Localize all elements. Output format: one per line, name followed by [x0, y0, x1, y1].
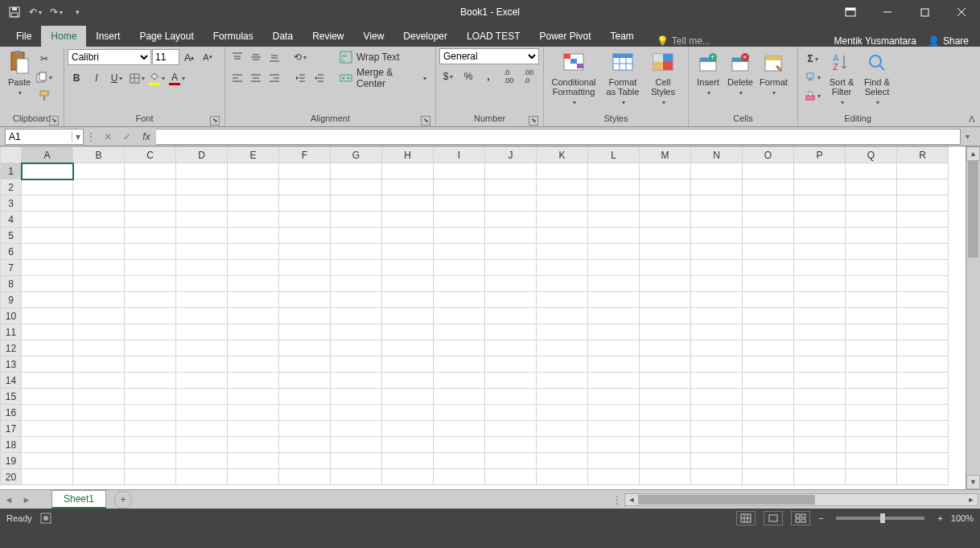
cell[interactable]	[434, 244, 485, 260]
find-select-button[interactable]: Find & Select▾	[859, 48, 895, 109]
column-header[interactable]: C	[125, 147, 176, 163]
cell[interactable]	[691, 356, 743, 373]
font-size-input[interactable]	[152, 49, 179, 65]
cell[interactable]	[640, 179, 691, 196]
close-icon[interactable]	[943, 0, 980, 24]
cell[interactable]	[279, 244, 331, 260]
cell[interactable]	[691, 373, 743, 389]
cell[interactable]	[794, 244, 846, 260]
cell[interactable]	[73, 179, 125, 196]
cell[interactable]	[331, 373, 382, 389]
cell[interactable]	[382, 373, 434, 389]
cell[interactable]	[485, 179, 537, 196]
row-header[interactable]: 16	[1, 405, 22, 421]
cell[interactable]	[434, 292, 485, 308]
cell[interactable]	[846, 405, 897, 421]
percent-format-button[interactable]: %	[459, 68, 477, 85]
cell[interactable]	[485, 469, 537, 485]
cell[interactable]	[897, 163, 949, 179]
copy-button[interactable]: ▾	[35, 68, 53, 86]
tab-data[interactable]: Data	[263, 26, 303, 47]
cell[interactable]	[640, 340, 691, 356]
cell[interactable]	[228, 308, 279, 324]
cell[interactable]	[434, 276, 485, 292]
cell[interactable]	[434, 405, 485, 421]
cell[interactable]	[176, 340, 228, 356]
number-launcher-icon[interactable]: ⬊	[529, 116, 538, 126]
column-header[interactable]: L	[588, 147, 640, 163]
cell[interactable]	[537, 179, 588, 196]
underline-button[interactable]: U▾	[108, 69, 126, 87]
cell[interactable]	[228, 244, 279, 260]
cell[interactable]	[691, 469, 743, 485]
new-sheet-button[interactable]: +	[114, 491, 132, 509]
column-header[interactable]: B	[73, 147, 125, 163]
cell[interactable]	[22, 340, 73, 356]
cell[interactable]	[279, 453, 331, 469]
cell[interactable]	[537, 324, 588, 340]
cell[interactable]	[588, 244, 640, 260]
cell[interactable]	[743, 356, 794, 373]
cell[interactable]	[588, 356, 640, 373]
align-middle-button[interactable]	[247, 48, 265, 66]
row-header[interactable]: 9	[1, 292, 22, 308]
tab-insert[interactable]: Insert	[86, 26, 130, 47]
horizontal-scrollbar[interactable]: ◄ ►	[624, 493, 978, 506]
cell[interactable]	[176, 163, 228, 179]
cell[interactable]	[485, 228, 537, 244]
cell[interactable]	[434, 212, 485, 228]
cell[interactable]	[691, 196, 743, 212]
wrap-text-button[interactable]: abcWrap Text	[334, 48, 432, 66]
cell[interactable]	[794, 292, 846, 308]
cell[interactable]	[279, 437, 331, 453]
cell[interactable]	[125, 163, 176, 179]
increase-decimal-button[interactable]: .0.00	[500, 68, 517, 85]
cell[interactable]	[176, 437, 228, 453]
cell[interactable]	[73, 324, 125, 340]
cell[interactable]	[22, 373, 73, 389]
fill-color-button[interactable]: ▾	[148, 69, 166, 87]
cell[interactable]	[22, 179, 73, 196]
cell[interactable]	[176, 389, 228, 405]
cell[interactable]	[537, 244, 588, 260]
tab-load-test[interactable]: LOAD TEST	[457, 26, 529, 47]
cell[interactable]	[176, 324, 228, 340]
cell[interactable]	[640, 389, 691, 405]
cell[interactable]	[794, 228, 846, 244]
cell[interactable]	[743, 228, 794, 244]
scroll-up-icon[interactable]: ▲	[966, 146, 980, 161]
cell[interactable]	[640, 163, 691, 179]
cell[interactable]	[537, 276, 588, 292]
cell[interactable]	[125, 373, 176, 389]
cell[interactable]	[382, 163, 434, 179]
cell[interactable]	[228, 276, 279, 292]
sheet-nav-next-icon[interactable]: ►	[18, 491, 35, 509]
cell[interactable]	[846, 373, 897, 389]
cell[interactable]	[537, 292, 588, 308]
cell[interactable]	[537, 163, 588, 179]
cell[interactable]	[331, 196, 382, 212]
cell[interactable]	[228, 437, 279, 453]
cell[interactable]	[846, 244, 897, 260]
tab-home[interactable]: Home	[41, 26, 86, 47]
cell[interactable]	[331, 163, 382, 179]
tab-review[interactable]: Review	[303, 26, 353, 47]
row-header[interactable]: 14	[1, 373, 22, 389]
cell[interactable]	[588, 373, 640, 389]
cell[interactable]	[691, 212, 743, 228]
row-header[interactable]: 5	[1, 228, 22, 244]
cell[interactable]	[434, 373, 485, 389]
cell[interactable]	[846, 356, 897, 373]
cell[interactable]	[485, 437, 537, 453]
cell[interactable]	[176, 212, 228, 228]
cell[interactable]	[537, 437, 588, 453]
column-header[interactable]: G	[331, 147, 382, 163]
row-header[interactable]: 20	[1, 469, 22, 485]
cell[interactable]	[73, 389, 125, 405]
cell[interactable]	[22, 453, 73, 469]
cell[interactable]	[743, 421, 794, 437]
cell[interactable]	[331, 340, 382, 356]
cell[interactable]	[279, 179, 331, 196]
column-header[interactable]: M	[640, 147, 691, 163]
user-name[interactable]: Mentik Yusmantara	[834, 35, 916, 47]
